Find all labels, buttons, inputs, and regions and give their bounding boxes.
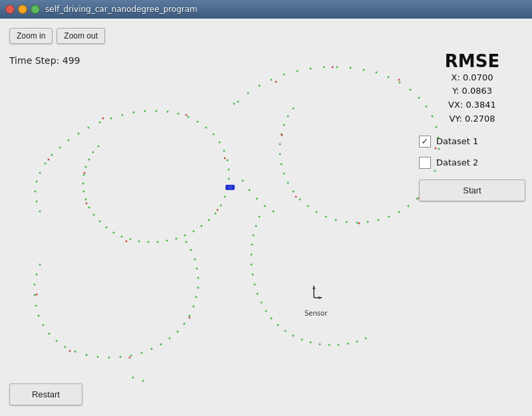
svg-point-130 [253, 235, 255, 237]
svg-point-23 [205, 127, 207, 129]
svg-point-9 [59, 147, 61, 149]
svg-point-108 [279, 154, 281, 156]
svg-point-49 [88, 207, 90, 209]
svg-point-183 [186, 241, 188, 243]
svg-point-35 [201, 225, 203, 227]
title-bar: self_driving_car_nanodegree_program [0, 0, 532, 19]
dataset2-row: Dataset 2 [419, 157, 525, 169]
svg-point-46 [106, 227, 108, 229]
svg-point-8 [51, 154, 53, 156]
svg-point-31 [224, 196, 226, 198]
svg-point-99 [335, 219, 337, 221]
svg-point-175 [189, 315, 191, 317]
svg-point-181 [194, 259, 196, 260]
svg-point-65 [84, 172, 86, 174]
rmse-y: Y: 0.0863 [419, 84, 525, 98]
start-button[interactable]: Start [419, 179, 525, 201]
svg-point-177 [196, 296, 198, 298]
svg-point-71 [297, 70, 299, 72]
svg-point-64 [86, 203, 88, 205]
svg-point-91 [416, 198, 418, 200]
app-container: Zoom in Zoom out Time Step: 499 Sensor R… [0, 19, 532, 416]
svg-point-2 [39, 211, 41, 213]
svg-point-94 [388, 216, 390, 218]
svg-point-114 [275, 81, 277, 83]
restart-button[interactable]: Restart [9, 383, 82, 405]
svg-point-155 [34, 284, 36, 286]
svg-point-44 [121, 236, 123, 238]
svg-point-124 [249, 189, 251, 191]
svg-point-116 [398, 79, 400, 81]
svg-point-73 [323, 66, 325, 68]
svg-point-161 [56, 340, 58, 342]
rmse-x: X: 0.0700 [419, 71, 525, 85]
svg-point-104 [293, 191, 295, 193]
svg-point-131 [251, 244, 253, 246]
svg-point-132 [251, 254, 253, 256]
svg-point-101 [316, 211, 318, 213]
svg-point-165 [97, 356, 99, 358]
svg-point-76 [363, 69, 365, 71]
svg-point-179 [198, 277, 200, 279]
svg-point-18 [156, 110, 158, 112]
svg-point-96 [367, 221, 369, 223]
svg-point-146 [329, 344, 331, 346]
rmse-title: RMSE [419, 52, 525, 71]
svg-point-43 [130, 239, 132, 241]
svg-point-50 [85, 199, 87, 201]
close-button[interactable] [5, 5, 15, 14]
window-title: self_driving_car_nanodegree_program [45, 5, 198, 14]
svg-point-6 [39, 172, 41, 174]
svg-point-158 [38, 315, 40, 317]
svg-point-97 [356, 222, 358, 224]
svg-point-53 [83, 174, 85, 176]
svg-point-120 [295, 196, 297, 198]
svg-point-176 [193, 306, 195, 308]
svg-point-19 [167, 111, 169, 113]
svg-point-174 [184, 323, 186, 325]
svg-point-129 [255, 225, 257, 227]
right-panel: RMSE X: 0.0700 Y: 0.0863 VX: 0.3841 VY: … [419, 52, 525, 201]
dataset1-label: Dataset 1 [436, 136, 478, 146]
svg-point-52 [82, 183, 84, 185]
car-dot [228, 185, 232, 189]
svg-point-125 [256, 198, 258, 200]
dataset1-checkbox[interactable] [419, 136, 431, 148]
svg-point-167 [120, 356, 122, 358]
svg-point-37 [184, 235, 186, 237]
svg-point-148 [347, 343, 349, 345]
svg-point-141 [285, 330, 287, 332]
svg-point-75 [350, 67, 352, 69]
sensor-label: Sensor [305, 310, 327, 317]
svg-point-26 [223, 150, 225, 152]
svg-point-185 [69, 350, 71, 352]
svg-point-17 [144, 110, 146, 112]
svg-point-157 [35, 305, 37, 307]
svg-point-107 [281, 163, 283, 165]
svg-point-164 [86, 354, 88, 356]
svg-point-162 [65, 346, 66, 348]
svg-point-77 [376, 72, 378, 74]
zoom-out-button[interactable]: Zoom out [57, 28, 105, 44]
svg-point-7 [45, 163, 47, 165]
svg-point-109 [279, 144, 281, 146]
toolbar: Zoom in Zoom out [9, 28, 105, 44]
minimize-button[interactable] [18, 5, 27, 14]
zoom-in-button[interactable]: Zoom in [9, 28, 53, 44]
svg-point-11 [78, 133, 80, 135]
svg-point-105 [287, 182, 289, 184]
svg-point-29 [228, 178, 230, 180]
svg-point-10 [68, 140, 70, 142]
svg-point-187 [189, 317, 191, 319]
dataset2-checkbox[interactable] [419, 157, 431, 169]
svg-point-27 [227, 159, 229, 161]
svg-point-78 [388, 76, 390, 78]
maximize-button[interactable] [31, 5, 40, 14]
svg-point-115 [332, 66, 334, 68]
svg-point-140 [277, 324, 279, 326]
svg-point-25 [219, 142, 221, 144]
svg-point-39 [166, 240, 168, 242]
svg-point-144 [310, 342, 312, 344]
svg-point-45 [113, 232, 115, 234]
svg-point-74 [336, 66, 338, 68]
